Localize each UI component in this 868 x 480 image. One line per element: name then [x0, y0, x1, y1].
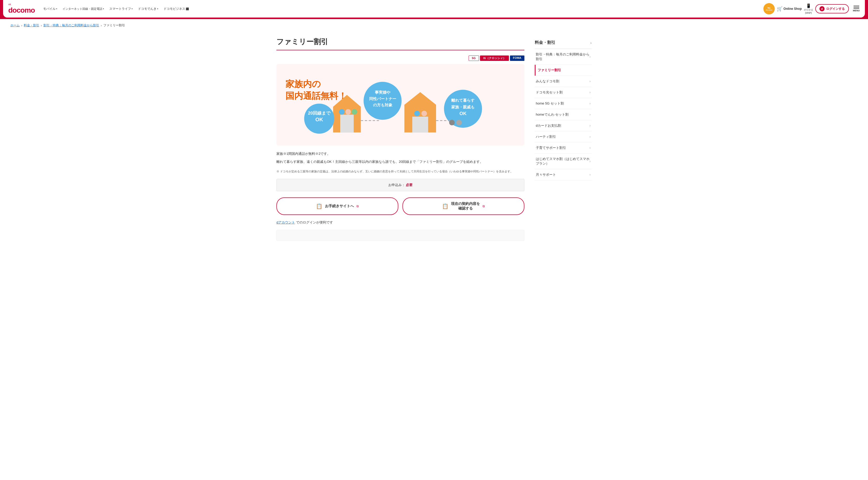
- sidebar-item-home5g: home 5G セット割 ›: [535, 98, 592, 109]
- procedure-arrow-icon: ⧉: [356, 204, 359, 208]
- nav-arrow-denki: ▾: [157, 7, 158, 10]
- norikae-label: のりかえ: [804, 8, 813, 11]
- sidebar-link-tsukizuki[interactable]: 月々サポート ›: [535, 169, 592, 180]
- breadcrumb-sep-2: ›: [41, 24, 42, 27]
- sidebar: 料金・割引 › 割引・特典：毎月のご利用料金から割引 › ファミリー割引 みんな…: [535, 37, 592, 241]
- daccount-link[interactable]: dアカウント: [276, 220, 295, 224]
- sidebar-item-hajimete: はじめてスマホ割（はじめてスマホプラン） ›: [535, 153, 592, 169]
- breadcrumb-sep-3: ›: [101, 24, 102, 27]
- norikae-mnp-label: (MNP): [805, 11, 812, 14]
- business-ext-icon: ⬛: [186, 7, 189, 10]
- nav-item-smart[interactable]: スマートライフ ▾: [107, 6, 135, 12]
- sidebar-arrow-4: ›: [590, 102, 591, 105]
- daccount-line: dアカウント でのログインが便利です: [276, 220, 524, 225]
- nav-arrow-mobile: ▾: [56, 7, 57, 10]
- sidebar-arrow-8: ›: [590, 146, 591, 150]
- sidebar-link-home5g[interactable]: home 5G セット割 ›: [535, 98, 592, 109]
- sidebar-link-hajimete[interactable]: はじめてスマホ割（はじめてスマホプラン） ›: [535, 153, 592, 169]
- svg-text:事実婚や: 事実婚や: [375, 90, 390, 95]
- application-value: 必要: [406, 183, 412, 187]
- description-block: 家族※1間国内通話が無料※2です。 離れて暮らす家族、遠くの親戚もOK！主回線か…: [276, 151, 524, 165]
- svg-point-9: [414, 111, 420, 116]
- nav-item-business[interactable]: ドコモビジネス ⬛: [161, 6, 191, 12]
- sidebar-item-dcard: dカードお支払割 ›: [535, 120, 592, 131]
- procedure-site-button[interactable]: 📋 お手続きサイトへ ⧉: [276, 197, 398, 215]
- svg-point-6: [351, 109, 357, 114]
- svg-text:離れて暮らす: 離れて暮らす: [451, 98, 474, 102]
- sidebar-link-minna[interactable]: みんなドコモ割 ›: [535, 76, 592, 87]
- menu-button[interactable]: MENU: [853, 6, 860, 12]
- application-bar: お申込み： 必要: [276, 179, 524, 191]
- d-icon: d: [819, 6, 825, 11]
- hero-image: 家族内の 国内通話無料！ 20回線まで OK: [276, 64, 524, 145]
- svg-point-10: [421, 111, 427, 116]
- sidebar-link-dcard[interactable]: dカードお支払割 ›: [535, 120, 592, 131]
- bottom-section: [276, 230, 524, 241]
- hamburger-icon: [854, 6, 859, 9]
- note-text: ※ ドコモが定める三親等の家族の定義は、法律上の結婚のみならず、互いに婚姻の意思…: [276, 169, 524, 174]
- sidebar-item-minna: みんなドコモ割 ›: [535, 76, 592, 87]
- sidebar-item-tsukizuki: 月々サポート ›: [535, 169, 592, 180]
- main-layout: ファミリー割引 5G Xi（クロッシィ） FOMA 家族内の 国内通話無料！: [266, 32, 602, 246]
- breadcrumb-current: ファミリー割引: [103, 23, 125, 28]
- nav-arrow-smart: ▾: [131, 7, 133, 10]
- sidebar-title-arrow-icon: ›: [590, 41, 592, 45]
- sidebar-link-hearty[interactable]: ハーティ割引 ›: [535, 131, 592, 142]
- my-docomo-button[interactable]: My docomo: [764, 3, 775, 14]
- norikae-icon: 📱: [806, 3, 811, 8]
- svg-point-24: [449, 120, 455, 125]
- svg-point-25: [456, 120, 462, 125]
- my-docomo-label: My: [768, 7, 770, 9]
- sidebar-arrow-0: ›: [590, 55, 591, 59]
- logo-docomo-text: docomo: [8, 6, 35, 14]
- sidebar-item-family: ファミリー割引: [535, 65, 592, 76]
- nav-item-mobile[interactable]: モバイル ▾: [41, 6, 59, 12]
- sidebar-link-waribiki-tokuten[interactable]: 割引・特典：毎月のご利用料金から割引 ›: [535, 49, 592, 65]
- sidebar-link-homedenwa[interactable]: homeでんわ セット割 ›: [535, 109, 592, 120]
- online-shop-button[interactable]: 🛒 Online Shop: [777, 6, 802, 11]
- breadcrumb: ホーム › 料金・割引 › 割引・特典：毎月のご利用料金から割引 › ファミリー…: [0, 19, 868, 32]
- sidebar-arrow-5: ›: [590, 113, 591, 116]
- svg-point-5: [345, 109, 351, 114]
- breadcrumb-sep-1: ›: [21, 24, 22, 27]
- svg-text:同性パートナー: 同性パートナー: [369, 97, 396, 101]
- login-label: ログインする: [826, 7, 845, 11]
- main-content: ファミリー割引 5G Xi（クロッシィ） FOMA 家族内の 国内通話無料！: [276, 37, 524, 241]
- sidebar-link-family[interactable]: ファミリー割引: [535, 65, 592, 76]
- svg-rect-3: [340, 114, 354, 132]
- nav-item-denki[interactable]: ドコモでんき ▾: [136, 6, 160, 12]
- breadcrumb-ryokin[interactable]: 料金・割引: [24, 23, 39, 28]
- confirm-contract-button[interactable]: 📋 現在の契約内容を 確認する ⧉: [402, 197, 524, 215]
- badge-xi: Xi（クロッシィ）: [480, 56, 509, 61]
- my-docomo-sublabel: docomo: [766, 9, 772, 11]
- breadcrumb-home[interactable]: ホーム: [10, 23, 20, 28]
- breadcrumb-waribiki[interactable]: 割引・特典：毎月のご利用料金から割引: [43, 23, 99, 28]
- badge-row: 5G Xi（クロッシィ） FOMA: [276, 56, 524, 61]
- nav-item-internet[interactable]: インターネット回線・固定電話 ▾: [60, 6, 106, 12]
- page-title: ファミリー割引: [276, 37, 524, 50]
- svg-point-14: [364, 82, 401, 120]
- sidebar-title[interactable]: 料金・割引 ›: [535, 37, 592, 49]
- sidebar-arrow-6: ›: [590, 124, 591, 128]
- docomo-logo[interactable]: ntt docomo: [8, 3, 35, 14]
- badge-foma: FOMA: [510, 56, 524, 61]
- sidebar-arrow-9: ›: [590, 160, 591, 163]
- svg-point-4: [339, 109, 344, 114]
- sidebar-link-hikari[interactable]: ドコモ光セット割 ›: [535, 87, 592, 98]
- header-right: My docomo 🛒 Online Shop 📱 のりかえ (MNP) d ロ…: [764, 3, 860, 14]
- main-nav: モバイル ▾ インターネット回線・固定電話 ▾ スマートライフ ▾ ドコモでんき…: [41, 6, 764, 12]
- application-label: お申込み：: [388, 183, 405, 187]
- hero-illustration: 家族内の 国内通話無料！ 20回線まで OK: [282, 69, 519, 140]
- sidebar-arrow-3: ›: [590, 91, 591, 94]
- cta-row: 📋 お手続きサイトへ ⧉ 📋 現在の契約内容を 確認する ⧉: [276, 197, 524, 215]
- daccount-post-text: でのログインが便利です: [296, 220, 333, 224]
- svg-text:20回線まで: 20回線まで: [308, 111, 331, 115]
- sidebar-link-kosodate[interactable]: 子育てサポート割引 ›: [535, 142, 592, 153]
- norikae-button[interactable]: 📱 のりかえ (MNP): [804, 3, 813, 14]
- login-button[interactable]: d ログインする: [815, 4, 849, 13]
- procedure-label: お手続きサイトへ: [325, 204, 354, 208]
- badge-5g: 5G: [469, 56, 479, 61]
- sidebar-arrow-7: ›: [590, 135, 591, 139]
- svg-text:OK: OK: [459, 111, 467, 116]
- header: ntt docomo モバイル ▾ インターネット回線・固定電話 ▾ スマートラ…: [0, 0, 868, 19]
